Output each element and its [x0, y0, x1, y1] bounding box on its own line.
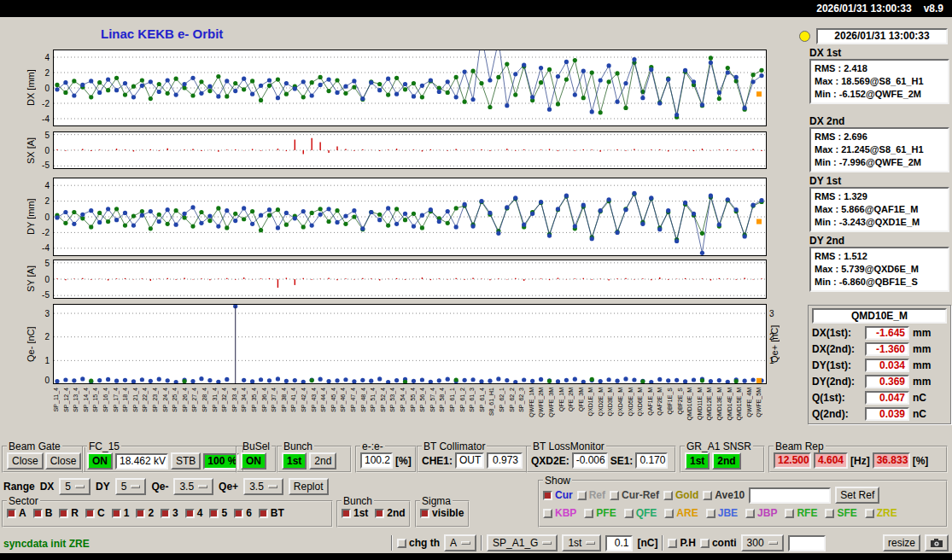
show-checkbox-qfe[interactable]: QFE: [624, 507, 657, 519]
stats-box-values: RMS : 1.512Max : 5.739@QXD6E_MMin : -6.8…: [809, 247, 949, 292]
ref-input[interactable]: [749, 487, 831, 504]
sector-checkbox-r[interactable]: R: [59, 507, 79, 519]
sector-checkbox-1[interactable]: 1: [112, 507, 130, 519]
sector-checkbox-4[interactable]: 4: [185, 507, 203, 519]
range-select-qe[interactable]: 3.5: [173, 478, 213, 495]
range-select-dx[interactable]: 5: [59, 478, 91, 495]
x-axis-label: QWFE_3M: [548, 388, 554, 417]
svg-text:0: 0: [44, 275, 50, 284]
sector-checkbox-2[interactable]: 2: [136, 507, 154, 519]
threshold-field[interactable]: 0.1: [605, 535, 633, 551]
bunch-select[interactable]: 1st: [562, 534, 601, 551]
show-checkbox-cur-ref[interactable]: Cur-Ref: [610, 489, 659, 501]
chg-th-checkbox[interactable]: chg th: [397, 537, 440, 549]
x-axis-label: QWFE_4M: [746, 388, 752, 417]
show-checkbox-jbp[interactable]: JBP: [745, 507, 777, 519]
sector-checkbox-5[interactable]: 5: [209, 507, 227, 519]
ph-checkbox[interactable]: P.H: [668, 537, 695, 549]
sector-checkbox-c[interactable]: C: [85, 507, 105, 519]
x-axis-label: QAF1E_M: [647, 388, 653, 416]
set-ref-button[interactable]: Set Ref: [835, 487, 879, 504]
range-item-label: Qe-: [151, 481, 168, 493]
snsr-1st-button[interactable]: 1st: [685, 452, 710, 470]
show-checkbox-ref-label: Ref: [589, 489, 605, 501]
fc15-title: FC_15: [87, 440, 121, 452]
chart-sy: 50-5: [0, 260, 781, 299]
group-select[interactable]: SP_A1_G: [487, 534, 558, 551]
sigma-visible-checkbox[interactable]: visible: [420, 507, 464, 519]
beam-gate-close-button-1[interactable]: Close: [7, 452, 44, 470]
sigma-visible-label: visible: [432, 507, 464, 519]
count-select[interactable]: 300: [741, 534, 784, 551]
monitor-rows: DX(1st):-1.645mmDX(2nd):-1.360mmDY(1st):…: [812, 326, 947, 421]
monitor-row: DX(1st):-1.645mm: [812, 326, 947, 340]
x-axis-label: SP_46_4: [340, 388, 346, 412]
busel-on-button[interactable]: ON: [241, 452, 266, 470]
bunch-2nd-button[interactable]: 2nd: [309, 452, 336, 470]
x-axis-label: SP_62_2: [509, 388, 515, 412]
mode-select-value: A: [450, 537, 457, 549]
resize-button[interactable]: resize: [883, 534, 920, 551]
svg-text:-4: -4: [42, 114, 50, 124]
show-checkbox-are[interactable]: ARE: [664, 507, 698, 519]
sector-checkbox-3[interactable]: 3: [161, 507, 178, 519]
conti-checkbox[interactable]: conti: [700, 537, 737, 549]
bunch-checkbox-1st[interactable]: 1st: [342, 507, 368, 519]
y-axis-label: SX [A]: [24, 131, 38, 169]
show-checkbox-ref[interactable]: Ref: [577, 489, 605, 501]
x-axis-label: QFE_3M: [578, 388, 584, 411]
sector-checkbox-6[interactable]: 6: [234, 507, 252, 519]
bunch-group: Bunch 1st 2nd: [277, 440, 352, 473]
status-lamp-icon: [799, 31, 810, 42]
x-axis-label: SP_56_4: [419, 388, 425, 412]
show-checkbox-ave10[interactable]: Ave10: [703, 489, 745, 501]
show-checkbox-cur[interactable]: Cur: [543, 489, 573, 501]
count-entry[interactable]: [788, 535, 826, 551]
monitor-value: 0.047: [865, 391, 909, 405]
show-checkbox-pfe[interactable]: PFE: [584, 507, 616, 519]
range-select-qe[interactable]: 3.5: [243, 478, 283, 495]
mode-select[interactable]: A: [444, 534, 476, 551]
sector-checkbox-a[interactable]: A: [7, 507, 26, 519]
replot-button[interactable]: Replot: [289, 478, 329, 495]
show-checkbox-kbp[interactable]: KBP: [543, 507, 576, 519]
show-checkbox-zre[interactable]: ZRE: [865, 507, 897, 519]
show-checkbox-rfe[interactable]: RFE: [785, 507, 817, 519]
x-axis-label: SP_13_4: [73, 388, 79, 412]
show-checkbox-sfe[interactable]: SFE: [825, 507, 856, 519]
option-menu-dash-icon: [268, 485, 277, 488]
checkbox-icon: [112, 509, 121, 518]
fc15-voltage-field[interactable]: 18.462 kV: [115, 453, 168, 470]
camera-button[interactable]: [925, 534, 949, 551]
x-axis-label: SP_48_4: [360, 388, 366, 412]
show-checkbox-jbe[interactable]: JBE: [706, 507, 738, 519]
show-checkbox-gold[interactable]: Gold: [663, 489, 698, 501]
monitor-row: DY(2nd):0.369mm: [812, 375, 947, 388]
x-axis-label: SP_62_1: [499, 388, 505, 412]
range-label: Range: [3, 481, 35, 493]
sector-checkbox-bt[interactable]: BT: [259, 507, 284, 519]
top-datetime: 2026/01/31 13:00:33: [816, 3, 911, 15]
checkbox-icon: [234, 509, 243, 518]
conti-label: conti: [712, 537, 737, 549]
fc15-stb-button[interactable]: STB: [171, 452, 201, 470]
x-axis-labels: SP_11_4SP_12_4SP_13_4SP_14_4SP_15_4SP_16…: [0, 386, 781, 440]
x-axis-label: QWFE_2M: [538, 388, 544, 417]
charts-area: 420-2-450-5420-2-450-53210321: [0, 0, 781, 393]
snsr-2nd-button[interactable]: 2nd: [712, 452, 740, 470]
app-window: 2026/01/31 13:00:33 v8.9 Linac KEKB e- O…: [0, 0, 952, 560]
divider: [662, 535, 663, 551]
show-checkbox-are-label: ARE: [676, 507, 698, 519]
sector-checkbox-b[interactable]: B: [33, 507, 53, 519]
x-axis-label: SP_53_4: [389, 388, 395, 412]
x-axis-label: QMD13E_M: [716, 388, 722, 421]
svg-text:0: 0: [44, 146, 50, 155]
fc15-on-button[interactable]: ON: [87, 452, 113, 470]
sector-checkbox-6-label: 6: [246, 507, 252, 519]
range-select-dy[interactable]: 5: [115, 478, 147, 495]
x-axis-label: SP_35_4: [251, 388, 257, 412]
monitor-row: DY(1st):0.034mm: [812, 359, 947, 372]
bunch-1st-button[interactable]: 1st: [282, 452, 307, 470]
beam-gate-close-button-2[interactable]: Close: [45, 452, 82, 470]
bunch-checkbox-2nd[interactable]: 2nd: [375, 507, 405, 519]
